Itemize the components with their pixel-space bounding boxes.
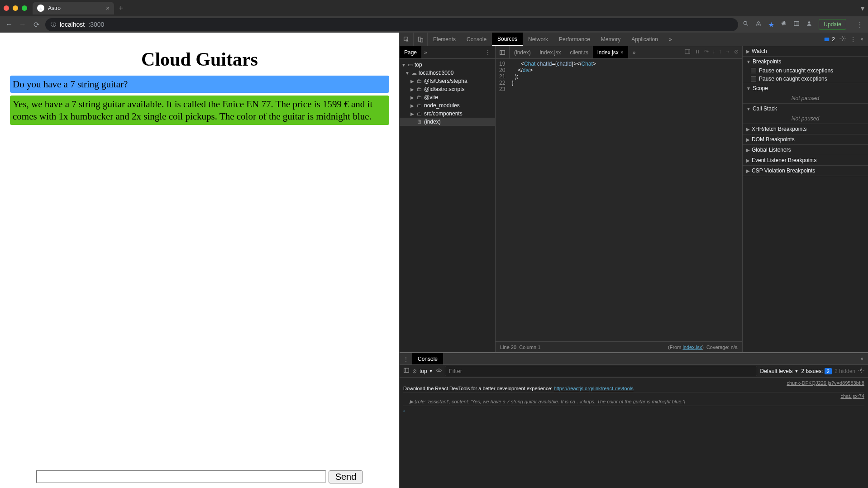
chrome-menu-icon[interactable]: ⋮ (856, 20, 863, 29)
console-source-link[interactable]: chat.jsx:74 (403, 393, 864, 399)
console-menu-icon[interactable]: ⋮ (400, 356, 412, 362)
chat-input[interactable] (36, 470, 326, 483)
minimize-window-button[interactable] (13, 5, 18, 11)
site-info-icon[interactable]: ⓘ (51, 21, 56, 29)
step-over-icon[interactable]: ↷ (704, 48, 709, 56)
csp-bp-header[interactable]: ▶CSP Violation Breakpoints (743, 166, 868, 176)
deactivate-breakpoints-icon[interactable]: ⊘ (734, 48, 739, 56)
navigator-menu-icon[interactable]: ⋮ (481, 49, 495, 56)
tab-network[interactable]: Network (523, 33, 553, 46)
tab-console[interactable]: Console (461, 33, 492, 46)
call-stack-header[interactable]: ▼Call Stack (743, 104, 868, 114)
sources-panel: Page » ⋮ ▼▭top ▼☁localhost:3000 ▶🗀@fs/Us… (400, 46, 868, 352)
toggle-navigator-icon[interactable] (496, 46, 510, 58)
step-icon[interactable]: → (725, 48, 730, 56)
toggle-debugger-icon[interactable] (684, 48, 691, 56)
global-listeners-header[interactable]: ▶Global Listeners (743, 145, 868, 155)
coverage-status: Coverage: n/a (706, 344, 738, 350)
editor-tabs-overflow-icon[interactable]: » (628, 46, 640, 58)
tree-folder[interactable]: ▶🗀src/components (400, 110, 495, 118)
console-drawer-tabs: ⋮ Console × (400, 353, 868, 365)
device-toggle-icon[interactable] (414, 33, 428, 46)
send-button[interactable]: Send (329, 470, 363, 483)
editor-tab[interactable]: index.jsx× (593, 46, 628, 58)
code-editor[interactable]: 1920212223 <Chat chatId={chatId}></Chat>… (496, 59, 742, 341)
tree-file[interactable]: 🗎(index) (400, 118, 495, 126)
clear-console-icon[interactable]: ⊘ (412, 368, 417, 374)
console-context-selector[interactable]: top ▼ (420, 368, 433, 374)
console-sidebar-icon[interactable] (403, 367, 410, 375)
settings-gear-icon[interactable] (839, 35, 846, 43)
tree-folder[interactable]: ▶🗀@id/astro:scripts (400, 85, 495, 93)
tab-memory[interactable]: Memory (596, 33, 626, 46)
maximize-window-button[interactable] (22, 5, 27, 11)
tab-application[interactable]: Application (626, 33, 663, 46)
console-issues-label[interactable]: 2 Issues: 2 (801, 368, 832, 374)
tree-folder[interactable]: ▶🗀node_modules (400, 101, 495, 110)
pause-caught-checkbox[interactable]: Pause on caught exceptions (743, 75, 868, 83)
issues-indicator[interactable]: 2 (824, 36, 835, 43)
zoom-icon[interactable] (743, 20, 749, 29)
scope-header[interactable]: ▼Scope (743, 83, 868, 93)
side-panel-icon[interactable] (793, 20, 800, 29)
devtools: Elements Console Sources Network Perform… (399, 33, 868, 488)
tab-elements[interactable]: Elements (428, 33, 461, 46)
devtools-menu-icon[interactable]: ⋮ (850, 36, 856, 43)
editor-tab[interactable]: (index) (510, 46, 535, 58)
console-object[interactable]: ▶ {role: 'assistant', content: 'Yes, we … (403, 399, 864, 405)
back-button[interactable]: ← (5, 20, 14, 29)
tree-folder[interactable]: ▶🗀@fs/Users/stepha (400, 77, 495, 85)
editor-tab[interactable]: index.jsx (535, 46, 566, 58)
step-out-icon[interactable]: ↑ (719, 48, 721, 56)
svg-rect-3 (794, 21, 799, 25)
console-settings-gear-icon[interactable] (858, 367, 864, 375)
breakpoints-header[interactable]: ▼Breakpoints (743, 57, 868, 67)
console-close-icon[interactable]: × (856, 356, 868, 362)
forward-button[interactable]: → (18, 20, 27, 29)
bookmark-star-icon[interactable]: ★ (768, 20, 774, 29)
dom-bp-header[interactable]: ▶DOM Breakpoints (743, 134, 868, 144)
browser-tab[interactable]: ▲ Astro × (33, 2, 114, 14)
pause-icon[interactable] (694, 48, 701, 56)
code-content[interactable]: <Chat chatId={chatId}></Chat> </div> ); … (509, 59, 742, 341)
url-input[interactable]: ⓘ localhost:3000 (45, 18, 738, 31)
tree-top[interactable]: ▼▭top (400, 61, 495, 69)
eye-icon[interactable] (436, 367, 442, 375)
close-icon[interactable]: × (620, 49, 624, 56)
watch-header[interactable]: ▶Watch (743, 46, 868, 56)
console-log-entry[interactable]: chat.jsx:74 ▶ {role: 'assistant', conten… (403, 392, 864, 406)
tree-host[interactable]: ▼☁localhost:3000 (400, 69, 495, 77)
console-log-entry[interactable]: chunk-DFKQJ226.js?v=d89583bf:8 Download … (403, 379, 864, 392)
xhr-header[interactable]: ▶XHR/fetch Breakpoints (743, 124, 868, 134)
console-prompt[interactable]: › (403, 406, 864, 413)
event-listener-bp-header[interactable]: ▶Event Listener Breakpoints (743, 155, 868, 165)
tabs-overflow-icon[interactable]: » (663, 33, 677, 46)
devtools-close-icon[interactable]: × (860, 36, 863, 43)
close-window-button[interactable] (4, 5, 9, 11)
profile-icon[interactable] (806, 20, 812, 29)
update-button[interactable]: Update (819, 19, 846, 30)
step-into-icon[interactable]: ↓ (712, 48, 715, 56)
extensions-icon[interactable] (781, 20, 787, 29)
reload-button[interactable]: ⟳ (32, 20, 41, 29)
tab-list-icon[interactable]: ▾ (861, 4, 864, 13)
navigator-tab-page[interactable]: Page (400, 46, 421, 58)
console-url-link[interactable]: https://reactjs.org/link/react-devtools (554, 386, 634, 391)
tree-folder[interactable]: ▶🗀@vite (400, 93, 495, 101)
pause-uncaught-checkbox[interactable]: Pause on uncaught exceptions (743, 67, 868, 75)
hidden-messages-label[interactable]: 2 hidden (835, 368, 855, 374)
log-level-selector[interactable]: Default levels ▼ (760, 368, 798, 374)
console-filter-input[interactable] (445, 366, 758, 376)
scope-not-paused: Not paused (743, 93, 868, 103)
new-tab-button[interactable]: + (119, 4, 124, 13)
console-source-link[interactable]: chunk-DFKQJ226.js?v=d89583bf:8 (403, 380, 864, 386)
from-link[interactable]: index.jsx (682, 344, 702, 350)
inspect-element-icon[interactable] (400, 33, 414, 46)
close-tab-icon[interactable]: × (106, 5, 110, 12)
tab-performance[interactable]: Performance (553, 33, 596, 46)
console-tab[interactable]: Console (412, 353, 443, 364)
navigator-overflow-icon[interactable]: » (421, 49, 430, 56)
share-icon[interactable] (755, 20, 762, 29)
tab-sources[interactable]: Sources (492, 33, 523, 46)
editor-tab[interactable]: client.ts (565, 46, 593, 58)
